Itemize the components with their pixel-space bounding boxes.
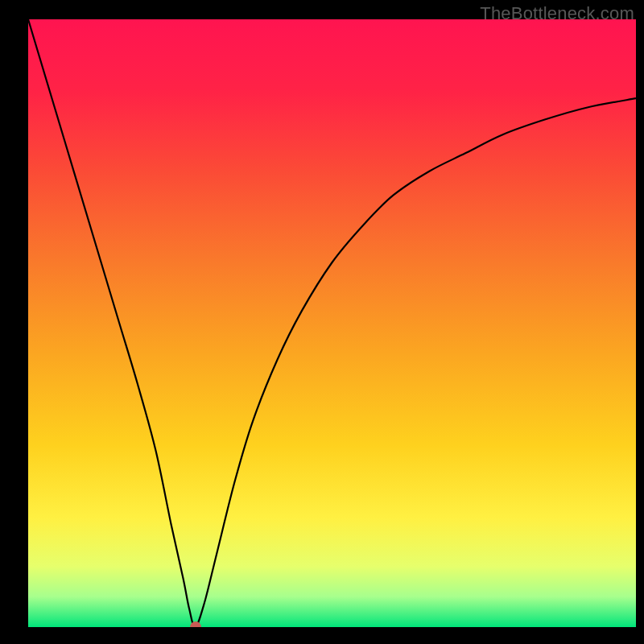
chart-frame: TheBottleneck.com: [0, 0, 644, 644]
gradient-and-curve: [28, 19, 636, 627]
plot-area: [28, 19, 636, 627]
watermark-text: TheBottleneck.com: [480, 3, 634, 24]
optimal-point-marker: [190, 621, 201, 627]
